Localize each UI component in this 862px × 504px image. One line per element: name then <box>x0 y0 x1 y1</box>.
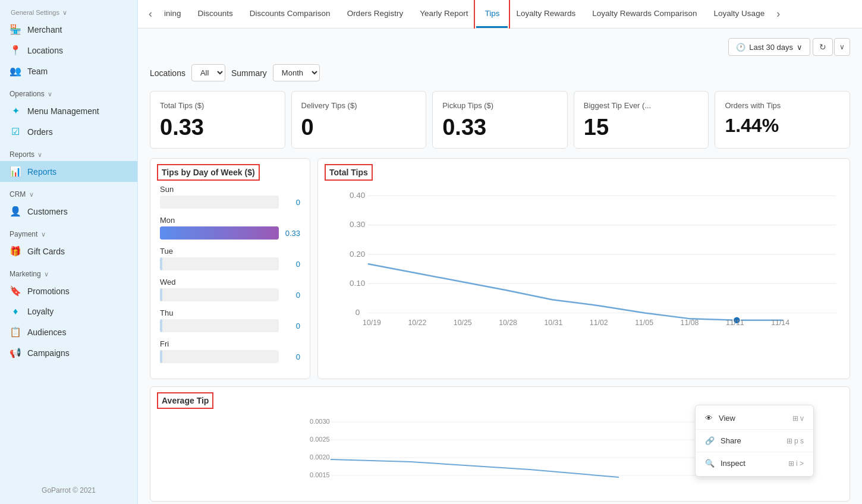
svg-text:0.0020: 0.0020 <box>310 453 330 461</box>
svg-text:0.30: 0.30 <box>350 220 365 229</box>
stat-card-pickup-tips: Pickup Tips ($) 0.33 <box>432 91 568 149</box>
bar-sun: Sun 0 <box>160 185 300 209</box>
view-icon: 👁 <box>705 414 713 423</box>
context-menu-inspect[interactable]: 🔍 Inspect ⊞ i > <box>696 454 813 472</box>
svg-text:0.0025: 0.0025 <box>310 436 330 443</box>
bar-tue: Tue 0 <box>160 247 300 270</box>
summary-filter-label: Summary <box>231 68 267 78</box>
charts-row-1: Tips by Day of Week ($) Sun 0 Mon 0.33 <box>150 158 850 379</box>
stat-card-delivery-tips-value: 0 <box>301 116 314 138</box>
svg-text:11/08: 11/08 <box>681 319 699 327</box>
svg-text:0.40: 0.40 <box>350 191 365 200</box>
more-options-button[interactable]: ∨ <box>834 38 850 56</box>
stat-card-total-tips: Total Tips ($) 0.33 <box>150 91 285 149</box>
crm-header[interactable]: CRM ∨ <box>0 182 137 201</box>
stat-card-total-tips-value: 0.33 <box>160 116 204 138</box>
summary-filter-select[interactable]: Month Week Day <box>273 64 320 81</box>
context-menu: 👁 View ⊞ v 🔗 Share ⊞ p s <box>695 405 814 477</box>
sidebar-item-team[interactable]: 👥 Team <box>0 61 137 81</box>
charts-row-2: Average Tip 0.0030 0.0025 0.0020 0.0015 <box>150 386 850 502</box>
loyalty-icon: ♦ <box>10 306 21 317</box>
stat-card-delivery-tips: Delivery Tips ($) 0 <box>291 91 427 149</box>
svg-text:10/19: 10/19 <box>363 319 381 327</box>
tab-tips[interactable]: Tips <box>476 1 508 28</box>
payment-header[interactable]: Payment ∨ <box>0 222 137 241</box>
tab-discounts-comparison[interactable]: Discounts Comparison <box>241 1 339 28</box>
locations-filter-select[interactable]: All <box>191 64 225 81</box>
sidebar-item-reports[interactable]: 📊 Reports <box>0 161 137 182</box>
date-range-button[interactable]: 🕐 Last 30 days ∨ <box>728 38 810 56</box>
svg-text:0.10: 0.10 <box>350 279 365 288</box>
tab-orders-registry[interactable]: Orders Registry <box>339 1 412 28</box>
total-tips-title: Total Tips <box>328 167 370 178</box>
svg-text:0.0030: 0.0030 <box>310 418 330 425</box>
reports-header[interactable]: Reports ∨ <box>0 142 137 161</box>
svg-text:11/05: 11/05 <box>635 319 653 327</box>
svg-text:11/02: 11/02 <box>590 319 608 327</box>
tab-next-button[interactable]: › <box>773 8 784 20</box>
content-area: 🕐 Last 30 days ∨ ↻ ∨ Locations All Summa… <box>138 29 862 504</box>
tab-training[interactable]: ining <box>156 1 190 28</box>
svg-text:0: 0 <box>356 308 360 317</box>
sidebar-item-menu-management[interactable]: ✦ Menu Management <box>0 100 137 121</box>
sidebar-item-customers[interactable]: 👤 Customers <box>0 201 137 222</box>
stat-card-biggest-tip-value: 15 <box>584 116 609 138</box>
stat-card-pickup-tips-value: 0.33 <box>442 116 486 138</box>
sidebar-item-promotions[interactable]: 🔖 Promotions <box>0 281 137 301</box>
menu-icon: ✦ <box>10 105 21 116</box>
tab-bar: ‹ ining Discounts Discounts Comparison O… <box>138 0 862 29</box>
chevron-down-icon: ∨ <box>797 43 803 52</box>
svg-text:10/22: 10/22 <box>408 319 426 327</box>
stat-card-orders-with-tips-title: Orders with Tips <box>725 101 781 110</box>
gift-cards-icon: 🎁 <box>10 245 21 257</box>
bar-fri: Fri 0 <box>160 339 300 363</box>
sidebar-item-orders[interactable]: ☑ Orders <box>0 121 137 142</box>
bar-wed: Wed 0 <box>160 278 300 301</box>
tab-prev-button[interactable]: ‹ <box>145 8 156 20</box>
context-menu-view[interactable]: 👁 View ⊞ v <box>696 409 813 427</box>
tips-by-day-chart: Tips by Day of Week ($) Sun 0 Mon 0.33 <box>150 158 310 379</box>
sidebar-footer: GoParrot © 2021 <box>0 477 137 504</box>
stat-card-biggest-tip-title: Biggest Tip Ever (... <box>584 101 651 110</box>
share-icon: 🔗 <box>705 436 715 445</box>
average-tip-title: Average Tip <box>160 395 210 406</box>
sidebar-item-merchant[interactable]: 🏪 Merchant <box>0 19 137 40</box>
bar-thu: Thu 0 <box>160 308 300 332</box>
orders-icon: ☑ <box>10 126 21 137</box>
tab-discounts[interactable]: Discounts <box>190 1 241 28</box>
inspect-icon: 🔍 <box>705 459 715 468</box>
merchant-icon: 🏪 <box>10 24 21 35</box>
tab-yearly-report[interactable]: Yearly Report <box>411 1 476 28</box>
svg-text:11/14: 11/14 <box>771 319 789 327</box>
top-controls: 🕐 Last 30 days ∨ ↻ ∨ <box>150 38 850 56</box>
general-settings-header[interactable]: General Settings ∨ <box>0 0 137 19</box>
sidebar-item-loyalty[interactable]: ♦ Loyalty <box>0 301 137 322</box>
filter-row: Locations All Summary Month Week Day <box>150 64 850 81</box>
context-menu-share[interactable]: 🔗 Share ⊞ p s <box>696 431 813 450</box>
sidebar-item-campaigns[interactable]: 📢 Campaigns <box>0 342 137 363</box>
campaigns-icon: 📢 <box>10 347 21 358</box>
bar-mon: Mon 0.33 <box>160 216 300 240</box>
tab-loyalty-rewards-comparison[interactable]: Loyalty Rewards Comparison <box>584 1 705 28</box>
tab-loyalty-usage[interactable]: Loyalty Usage <box>706 1 773 28</box>
customers-icon: 👤 <box>10 206 21 217</box>
svg-text:0.20: 0.20 <box>350 250 365 259</box>
refresh-button[interactable]: ↻ <box>813 38 833 56</box>
stat-card-orders-with-tips: Orders with Tips 1.44% <box>715 91 850 149</box>
stat-card-pickup-tips-title: Pickup Tips ($) <box>442 101 493 110</box>
operations-header[interactable]: Operations ∨ <box>0 81 137 100</box>
svg-text:10/31: 10/31 <box>545 319 563 327</box>
sidebar-item-audiences[interactable]: 📋 Audiences <box>0 322 137 342</box>
tips-by-day-title: Tips by Day of Week ($) <box>160 167 257 178</box>
sidebar-item-locations[interactable]: 📍 Locations <box>0 40 137 61</box>
total-tips-svg: 0.40 0.30 0.20 0.10 0 <box>328 185 840 331</box>
tab-loyalty-rewards[interactable]: Loyalty Rewards <box>508 1 584 28</box>
svg-text:10/25: 10/25 <box>454 319 472 327</box>
marketing-header[interactable]: Marketing ∨ <box>0 262 137 281</box>
reports-icon: 📊 <box>10 166 21 177</box>
context-menu-divider-2 <box>696 452 813 452</box>
main-content: ‹ ining Discounts Discounts Comparison O… <box>138 0 862 504</box>
sidebar-item-gift-cards[interactable]: 🎁 Gift Cards <box>0 241 137 262</box>
stat-card-orders-with-tips-value: 1.44% <box>725 116 779 135</box>
location-icon: 📍 <box>10 45 21 56</box>
